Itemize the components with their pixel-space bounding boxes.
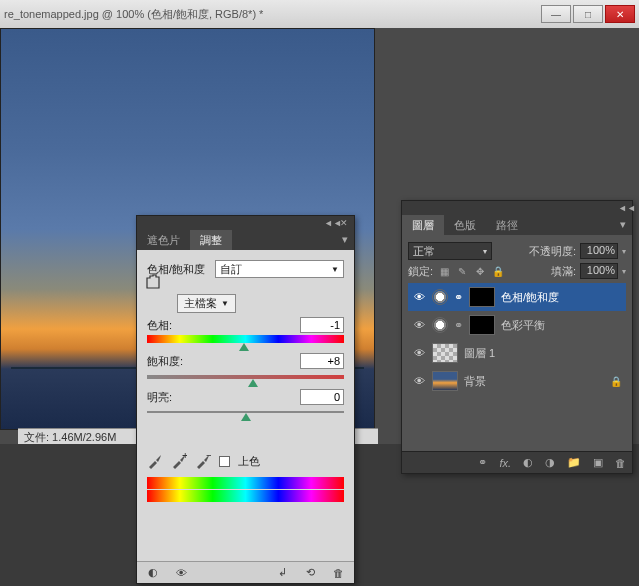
layer-item[interactable]: 👁 ⚭ 色相/飽和度 (408, 283, 626, 311)
hue-input[interactable] (300, 317, 344, 333)
adjustments-panel: ◄◄ ✕ 遮色片 調整 ▾ 色相/飽和度 自訂 ▼ 主檔案 ▼ 色相: (136, 215, 355, 584)
layer-thumb[interactable] (432, 371, 458, 391)
saturation-input[interactable] (300, 353, 344, 369)
window-titlebar: re_tonemapped.jpg @ 100% (色相/飽和度, RGB/8*… (0, 0, 639, 28)
chevron-down-icon: ▾ (483, 247, 487, 256)
tab-channels[interactable]: 色版 (444, 215, 486, 235)
hue-thumb[interactable] (239, 343, 249, 351)
link-icon[interactable]: ⚭ (454, 291, 463, 304)
lock-icon: 🔒 (610, 376, 622, 387)
channel-dropdown[interactable]: 主檔案 ▼ (177, 294, 236, 313)
lock-position-icon[interactable]: ✥ (473, 264, 487, 278)
eyedropper-plus-icon[interactable]: + (171, 453, 187, 469)
lightness-input[interactable] (300, 389, 344, 405)
trash-icon[interactable]: 🗑 (615, 457, 626, 469)
tab-swatches[interactable]: 遮色片 (137, 230, 190, 250)
panel-collapse-icon[interactable]: ◄◄ (324, 218, 334, 228)
layers-footer: ⚭ fx. ◐ ◑ 📁 ▣ 🗑 (402, 451, 632, 473)
layer-name: 色相/飽和度 (501, 290, 559, 305)
saturation-slider[interactable] (147, 375, 344, 379)
layers-panel: ◄◄ 圖層 色版 路徑 ▾ 正常 ▾ 不透明度: 100% ▾ 鎖定: ▦ ✎ … (401, 200, 633, 474)
clip-icon[interactable]: ↲ (274, 565, 290, 581)
lightness-thumb[interactable] (241, 413, 251, 421)
window-title: re_tonemapped.jpg @ 100% (色相/飽和度, RGB/8*… (4, 7, 541, 22)
adjust-tabs: 遮色片 調整 ▾ (137, 230, 354, 250)
lock-all-icon[interactable]: 🔒 (491, 264, 505, 278)
eye-icon[interactable]: 👁 (412, 318, 426, 332)
panel-titlebar[interactable]: ◄◄ ✕ (137, 216, 354, 230)
new-layer-icon[interactable]: ▣ (593, 456, 603, 469)
opacity-label: 不透明度: (529, 244, 576, 259)
layer-thumb[interactable] (432, 343, 458, 363)
colorize-checkbox[interactable] (219, 456, 230, 467)
adjust-footer: ◐ 👁 ↲ ⟲ 🗑 (137, 561, 354, 583)
mask-thumb[interactable] (469, 315, 495, 335)
chevron-down-icon[interactable]: ▾ (622, 247, 626, 256)
preset-value: 自訂 (220, 262, 242, 277)
color-range-bars[interactable] (147, 477, 344, 502)
mask-icon[interactable]: ◐ (523, 456, 533, 469)
panel-menu-icon[interactable]: ▾ (614, 215, 632, 235)
view-previous-icon[interactable]: ◐ (145, 565, 161, 581)
hue-slider[interactable] (147, 335, 344, 343)
link-icon[interactable]: ⚭ (454, 319, 463, 332)
adjustment-icon[interactable]: ◑ (545, 456, 555, 469)
hue-label: 色相: (147, 318, 172, 333)
eyedropper-icon[interactable] (147, 453, 163, 469)
layer-item[interactable]: 👁 背景 🔒 (408, 367, 626, 395)
maximize-button[interactable]: □ (573, 5, 603, 23)
fx-icon[interactable]: fx. (499, 457, 511, 469)
svg-text:−: − (206, 453, 211, 461)
layer-item[interactable]: 👁 ⚭ 色彩平衡 (408, 311, 626, 339)
tab-paths[interactable]: 路徑 (486, 215, 528, 235)
tab-adjustments[interactable]: 調整 (190, 230, 232, 250)
chevron-down-icon: ▼ (331, 265, 339, 274)
layers-tabs: 圖層 色版 路徑 ▾ (402, 215, 632, 235)
lock-label: 鎖定: (408, 264, 433, 279)
preset-dropdown[interactable]: 自訂 ▼ (215, 260, 344, 278)
group-icon[interactable]: 📁 (567, 456, 581, 469)
chevron-down-icon: ▼ (221, 299, 229, 308)
panel-menu-icon[interactable]: ▾ (336, 230, 354, 250)
panel-close-icon[interactable]: ✕ (340, 218, 350, 228)
layer-name: 圖層 1 (464, 346, 495, 361)
lightness-slider[interactable] (147, 411, 344, 413)
layers-titlebar[interactable]: ◄◄ (402, 201, 632, 215)
eye-icon[interactable]: 👁 (412, 290, 426, 304)
eye-icon[interactable]: 👁 (412, 346, 426, 360)
chevron-down-icon[interactable]: ▾ (622, 267, 626, 276)
reset-icon[interactable]: ⟲ (302, 565, 318, 581)
layer-item[interactable]: 👁 圖層 1 (408, 339, 626, 367)
fill-label: 填滿: (551, 264, 576, 279)
layer-name: 色彩平衡 (501, 318, 545, 333)
targeted-adjust-icon[interactable] (143, 272, 167, 292)
svg-text:+: + (182, 453, 187, 461)
fill-input[interactable]: 100% (580, 263, 618, 279)
blend-mode-dropdown[interactable]: 正常 ▾ (408, 242, 492, 260)
layer-name: 背景 (464, 374, 486, 389)
lock-paint-icon[interactable]: ✎ (455, 264, 469, 278)
minimize-button[interactable]: — (541, 5, 571, 23)
eye-icon[interactable]: 👁 (173, 565, 189, 581)
trash-icon[interactable]: 🗑 (330, 565, 346, 581)
channel-value: 主檔案 (184, 296, 217, 311)
layer-list: 👁 ⚭ 色相/飽和度 👁 ⚭ 色彩平衡 👁 圖層 1 👁 (408, 283, 626, 395)
adjustment-thumb (432, 289, 448, 305)
opacity-input[interactable]: 100% (580, 243, 618, 259)
tab-layers[interactable]: 圖層 (402, 215, 444, 235)
saturation-thumb[interactable] (248, 379, 258, 387)
mask-thumb[interactable] (469, 287, 495, 307)
close-button[interactable]: ✕ (605, 5, 635, 23)
link-layers-icon[interactable]: ⚭ (478, 456, 487, 469)
adjustment-thumb (432, 317, 448, 333)
saturation-label: 飽和度: (147, 354, 183, 369)
lock-transparency-icon[interactable]: ▦ (437, 264, 451, 278)
lightness-label: 明亮: (147, 390, 172, 405)
eye-icon[interactable]: 👁 (412, 374, 426, 388)
blend-mode-value: 正常 (413, 244, 435, 259)
panel-collapse-icon[interactable]: ◄◄ (618, 203, 628, 213)
eyedropper-minus-icon[interactable]: − (195, 453, 211, 469)
colorize-label: 上色 (238, 454, 260, 469)
